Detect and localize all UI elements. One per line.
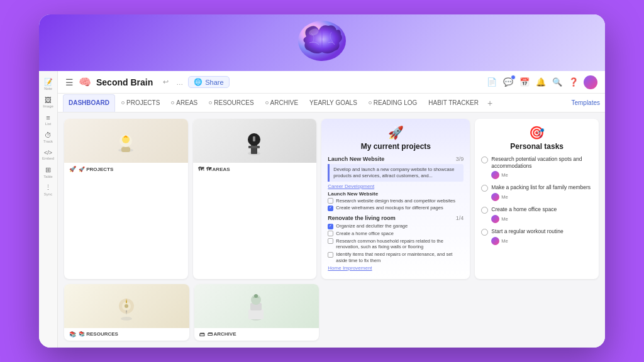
topbar-actions: ↩ … 🌐 Share [160, 76, 229, 88]
career-dev-link[interactable]: Career Development [328, 184, 464, 189]
svg-rect-6 [121, 147, 130, 152]
task-checkbox[interactable] [328, 252, 333, 258]
task-item: ✓ Create wireframes and mockups for diff… [328, 205, 464, 211]
tab-areas[interactable]: AREAS [166, 94, 203, 112]
sidebar-item-list[interactable]: ≡ List [40, 111, 57, 128]
resources-image [64, 284, 189, 328]
areas-image [193, 119, 317, 163]
personal-tasks-title: Personal tasks [481, 142, 592, 151]
tab-reading-log[interactable]: READING LOG [364, 94, 422, 112]
personal-tasks-section: 🎯 Personal tasks Research potential vaca… [475, 119, 599, 279]
tab-archive[interactable]: ARCHIVE [260, 94, 303, 112]
svg-point-20 [254, 294, 258, 298]
tab-dashboard[interactable]: DASHBOARD [63, 94, 115, 112]
svg-point-15 [125, 304, 128, 308]
document-icon[interactable]: 📄 [486, 76, 498, 89]
task-checkbox-checked[interactable]: ✓ [328, 224, 333, 229]
archive-label: 🗃 🗃 ARCHIVE [194, 328, 319, 341]
svg-point-12 [121, 317, 132, 321]
user-avatar[interactable] [584, 75, 597, 89]
home-improvement-link[interactable]: Home Improvement [328, 265, 464, 271]
current-projects-section: 🚀 My current projects Launch New Website… [321, 119, 470, 279]
chat-badge [511, 75, 516, 80]
svg-point-5 [122, 136, 130, 143]
share-button[interactable]: 🌐 Share [188, 76, 229, 88]
menu-icon[interactable]: ☰ [65, 77, 74, 87]
task-item: ✓ Organize and declutter the garage [328, 223, 464, 229]
task-circle[interactable] [481, 156, 488, 163]
task-checkbox-checked[interactable]: ✓ [328, 206, 333, 211]
sidebar-item-track[interactable]: ⏱ Track [40, 129, 57, 145]
app-brain-icon: 🧠 [79, 76, 91, 88]
resources-label: 📚 📚 RESOURCES [64, 328, 189, 341]
sidebar-item-sync[interactable]: ⋮ Sync [40, 182, 57, 198]
sidebar-item-table[interactable]: ⊞ Table [40, 164, 57, 180]
task-item: Create a home office space [328, 231, 464, 237]
svg-rect-11 [248, 146, 260, 148]
user-avatar-sm [491, 171, 499, 179]
user-avatar-sm [491, 237, 499, 245]
task-item: Research common household repairs relate… [328, 238, 464, 251]
tab-resources[interactable]: RESOURCES [204, 94, 258, 112]
task-circle[interactable] [481, 207, 488, 214]
more-button[interactable]: … [174, 77, 186, 87]
tab-habit-tracker[interactable]: HABIT TRACKER [423, 94, 484, 112]
projects-image [64, 119, 188, 163]
current-projects-title: My current projects [328, 142, 464, 151]
tab-yearly-goals[interactable]: YEARLY GOALS [304, 94, 362, 112]
archive-card[interactable]: 🗃 🗃 ARCHIVE [194, 284, 319, 341]
resources-card[interactable]: 📚 📚 RESOURCES [64, 284, 189, 341]
share-icon: 🌐 [194, 78, 203, 86]
chat-icon[interactable]: 💬 [502, 76, 514, 89]
sidebar-item-note[interactable]: 📝 Note [40, 76, 57, 92]
user-avatar-sm [491, 215, 499, 223]
projects-label: 🚀 🚀 PROJECTS [64, 163, 188, 175]
archive-image [194, 284, 319, 328]
hero-banner [39, 14, 605, 71]
task-circle[interactable] [481, 229, 488, 236]
personal-task-4: Start a regular workout routine Me [481, 228, 592, 245]
task-checkbox[interactable] [328, 238, 333, 244]
tab-projects[interactable]: PROJECTS [116, 94, 165, 112]
add-tab-button[interactable]: + [485, 98, 495, 108]
user-avatar-sm [491, 193, 499, 201]
brain-image [284, 14, 360, 71]
sidebar-item-embed[interactable]: </> Embed [40, 146, 57, 163]
task-checkbox[interactable] [328, 198, 333, 204]
svg-rect-17 [248, 309, 264, 319]
task-item: Research website design trends and compe… [328, 198, 464, 204]
personal-task-3: Create a home office space Me [481, 206, 592, 223]
areas-label: 🗺 🗺 AREAS [193, 163, 317, 175]
areas-card[interactable]: 🗺 🗺 AREAS [193, 119, 317, 279]
project-desc: Develop and launch a new company website… [328, 164, 464, 182]
task-checkbox[interactable] [328, 231, 333, 236]
topbar: ☰ 🧠 Second Brain ↩ … 🌐 Share 📄 💬 [58, 71, 605, 94]
project-renovate: Renovate the living room 1/4 ✓ Organize … [328, 215, 464, 271]
projects-card[interactable]: 🚀 🚀 PROJECTS [64, 119, 188, 279]
bell-icon[interactable]: 🔔 [535, 76, 547, 89]
rocket-icon: 🚀 [328, 125, 464, 140]
personal-task-2: Make a packing list for all family membe… [481, 184, 592, 201]
svg-rect-10 [253, 136, 255, 141]
app-title: Second Brain [96, 77, 153, 87]
topbar-right: 📄 💬 📅 🔔 🔍 ❓ [486, 75, 597, 89]
task-circle[interactable] [481, 185, 488, 192]
sidebar: 📝 Note 🖼 Image ≡ List ⏱ Track </> Embed … [39, 71, 58, 348]
project-launch-website: Launch New Website 3/9 Develop and launc… [328, 156, 464, 211]
target-icon: 🎯 [481, 125, 592, 140]
personal-task-1: Research potential vacation spots and ac… [481, 156, 592, 179]
task-item: Identify items that need repairs or main… [328, 251, 464, 264]
search-icon[interactable]: 🔍 [551, 76, 564, 89]
templates-link[interactable]: Templates [571, 99, 600, 106]
calendar-icon[interactable]: 📅 [518, 76, 531, 89]
sidebar-item-image[interactable]: 🖼 Image [40, 94, 57, 110]
content-area: 🚀 🚀 PROJECTS [58, 112, 605, 348]
help-icon[interactable]: ❓ [567, 76, 580, 89]
undo-button[interactable]: ↩ [160, 77, 171, 87]
tabs-bar: DASHBOARD PROJECTS AREAS RESOURCES ARCHI… [58, 94, 605, 112]
